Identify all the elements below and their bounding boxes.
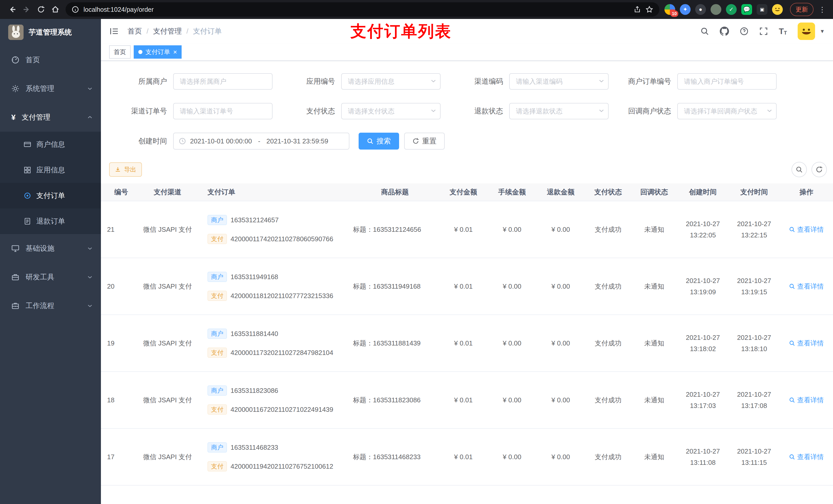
top-navbar: 首页 / 支付管理 / 支付订单 支付订单列表 — [101, 19, 833, 44]
view-detail-link[interactable]: 查看详情 — [789, 224, 824, 235]
cell-title: 标题：1635311949168 — [352, 258, 439, 314]
view-detail-link[interactable]: 查看详情 — [789, 451, 824, 462]
cell-channel: 微信 JSAPI 支付 — [132, 258, 204, 314]
logo-avatar — [8, 25, 24, 40]
table-toolbar: 导出 — [109, 162, 827, 177]
header-pay-order: 支付订单 — [204, 187, 352, 198]
merchant-input[interactable] — [173, 73, 272, 90]
profile-emoji-icon[interactable] — [772, 4, 783, 15]
avatar-caret-icon[interactable]: ▼ — [820, 28, 825, 34]
extension-blue-icon[interactable]: ✦ — [680, 4, 691, 15]
cell-refund: ¥ 0.00 — [537, 201, 585, 258]
app-id-select[interactable] — [341, 73, 441, 90]
cell-channel: 微信 JSAPI 支付 — [132, 201, 204, 258]
payment-submenu: 商户信息 应用信息 支付订单 退款订单 — [0, 131, 101, 234]
cell-fee: ¥ 0.00 — [488, 372, 537, 428]
reset-button[interactable]: 重置 — [404, 133, 445, 149]
tab-home[interactable]: 首页 — [109, 45, 130, 58]
merchant-no: 1635312124657 — [231, 214, 279, 225]
merchant-order-no-input[interactable] — [677, 73, 777, 90]
cell-pay-order: 商户1635311881440 支付4200001173202110272847… — [204, 315, 352, 371]
github-icon[interactable] — [720, 27, 729, 36]
cell-fee: ¥ 0.00 — [488, 201, 537, 258]
breadcrumb-pay-manage[interactable]: 支付管理 — [153, 26, 182, 36]
browser-refresh-button[interactable] — [34, 2, 48, 17]
sidebar-item-home[interactable]: 首页 — [0, 46, 101, 74]
browser-home-button[interactable] — [48, 2, 63, 17]
cell-channel: 微信 JSAPI 支付 — [132, 372, 204, 428]
merchant-tag: 商户 — [208, 385, 227, 396]
browser-update-button[interactable]: 更新 — [790, 3, 813, 16]
browser-menu-icon[interactable]: ⋮ — [817, 5, 828, 14]
refresh-table-button[interactable] — [811, 162, 827, 177]
pay-tag: 支付 — [208, 291, 227, 301]
sidebar-item-workflow[interactable]: 工作流程 — [0, 291, 101, 320]
table-row: 商户1635311436721 — [101, 485, 833, 504]
share-icon[interactable] — [634, 6, 641, 13]
extensions-row: 10 ✦ ● ✓ 💬 ▣ — [664, 4, 783, 15]
cell-status: 支付成功 — [585, 201, 631, 258]
notify-status-select[interactable] — [677, 103, 777, 119]
search-icon[interactable] — [700, 27, 709, 35]
user-avatar[interactable] — [798, 23, 815, 40]
sidebar-item-devtools[interactable]: 研发工具 — [0, 263, 101, 291]
gear-icon — [11, 85, 20, 93]
create-time-range-picker[interactable]: 2021-10-01 00:00:00 - 2021-10-31 23:59:5… — [173, 133, 349, 149]
cell-id: 17 — [101, 429, 132, 485]
view-detail-link[interactable]: 查看详情 — [789, 338, 824, 349]
channel-code-select[interactable] — [509, 73, 609, 90]
toggle-search-button[interactable] — [791, 162, 807, 177]
browser-back-button[interactable] — [5, 2, 20, 17]
channel-order-no-input[interactable] — [173, 103, 272, 119]
sidebar-item-label: 支付管理 — [22, 113, 81, 122]
extension-puzzle-icon[interactable]: ▣ — [757, 4, 767, 15]
sidebar-item-label: 支付订单 — [37, 191, 65, 200]
cell-id: 19 — [101, 315, 132, 371]
sidebar-item-label: 基础设施 — [26, 243, 81, 253]
font-size-icon[interactable]: TT — [779, 27, 787, 35]
search-button[interactable]: 搜索 — [359, 133, 399, 149]
merchant-label: 所属商户 — [109, 77, 173, 86]
sidebar-item-app-info[interactable]: 应用信息 — [0, 157, 101, 183]
cell-create-time: 2021-10-27 13:22:05 — [677, 201, 729, 258]
extension-colorful-icon[interactable]: 10 — [664, 4, 675, 15]
extension-dark-icon[interactable]: ● — [695, 4, 706, 15]
table-row: 18 微信 JSAPI 支付 商户1635311823086 支付4200001… — [101, 372, 833, 429]
sidebar-item-system[interactable]: 系统管理 — [0, 74, 101, 103]
tab-pay-order[interactable]: 支付订单 × — [134, 45, 182, 58]
pay-tag: 支付 — [208, 404, 227, 415]
breadcrumb-home[interactable]: 首页 — [127, 26, 142, 36]
cell-status: 支付成功 — [585, 315, 631, 371]
grid-icon — [24, 166, 31, 174]
sidebar-collapse-icon[interactable] — [109, 26, 119, 37]
extension-olive-icon[interactable] — [711, 4, 721, 15]
dashboard-icon — [11, 56, 20, 64]
sidebar-item-payment[interactable]: ¥ 支付管理 — [0, 103, 101, 131]
filter-row-1: 所属商户 应用编号 渠道编码 — [109, 73, 833, 90]
export-button[interactable]: 导出 — [109, 162, 142, 177]
help-icon[interactable] — [740, 27, 748, 35]
sidebar-item-merchant-info[interactable]: 商户信息 — [0, 131, 101, 157]
filter-row-2: 渠道订单号 支付状态 退款状态 — [109, 103, 833, 119]
channel-code-label: 渠道编码 — [441, 77, 509, 86]
fullscreen-icon[interactable] — [759, 27, 768, 35]
bookmark-star-icon[interactable] — [645, 6, 653, 13]
sidebar-item-refund-order[interactable]: 退款订单 — [0, 209, 101, 234]
header-refund: 退款金额 — [537, 187, 585, 198]
sidebar-item-infra[interactable]: 基础设施 — [0, 234, 101, 263]
refund-status-select[interactable] — [509, 103, 609, 119]
close-icon[interactable]: × — [173, 49, 177, 55]
view-detail-link[interactable]: 查看详情 — [789, 281, 824, 292]
sidebar-item-pay-order[interactable]: 支付订单 — [0, 183, 101, 209]
merchant-tag: 商户 — [208, 442, 227, 453]
cell-channel — [132, 485, 204, 504]
url-bar[interactable]: localhost:1024/pay/order — [66, 2, 659, 17]
pay-status-select[interactable] — [341, 103, 441, 119]
extension-wechat-icon[interactable]: 💬 — [741, 4, 752, 15]
pay-tag: 支付 — [208, 234, 227, 244]
extension-green-check-icon[interactable]: ✓ — [726, 4, 737, 15]
view-detail-link[interactable]: 查看详情 — [789, 394, 824, 406]
tags-view-bar: 首页 支付订单 × — [101, 44, 833, 61]
browser-forward-button[interactable] — [20, 2, 34, 17]
site-info-icon[interactable] — [72, 6, 79, 13]
